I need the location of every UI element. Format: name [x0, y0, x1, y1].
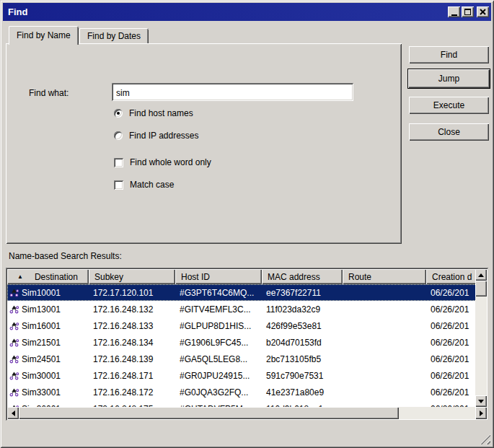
column-header-destination[interactable]: ▲ Destination	[7, 269, 89, 284]
maximize-icon	[464, 9, 471, 15]
mac-address-cell: ee7367f22711	[262, 288, 343, 298]
column-label: Creation d	[432, 272, 472, 282]
resize-grip[interactable]	[480, 434, 490, 444]
scroll-up-button[interactable]	[475, 269, 487, 281]
column-label: Host ID	[181, 272, 210, 282]
results-header: ▲ Destination Subkey Host ID MAC address	[7, 269, 475, 284]
table-row[interactable]: Sim36001 172.16.248.175 #GHTADVFP5M... 1…	[7, 400, 475, 407]
find-dialog: Find Find by Name Find by Dates Find wha…	[0, 0, 494, 448]
vertical-scroll-track[interactable]	[475, 297, 487, 395]
tab-find-by-name[interactable]: Find by Name	[9, 26, 79, 45]
host-id-cell: #GLPUP8D1HIS...	[175, 321, 262, 331]
mac-address-cell: b204d70153fd	[262, 338, 343, 348]
network-node-icon	[9, 354, 19, 364]
scroll-down-button[interactable]	[475, 395, 487, 407]
creation-cell: 06/26/201	[426, 387, 475, 398]
scroll-right-button[interactable]	[475, 407, 487, 419]
creation-cell: 06/26/201	[426, 288, 475, 298]
table-row[interactable]: Sim30001 172.16.248.171 #GR0JPU24915... …	[7, 367, 475, 384]
column-header-subkey[interactable]: Subkey	[89, 269, 175, 284]
creation-cell: 06/26/201	[426, 304, 475, 315]
column-label: Route	[348, 272, 371, 282]
host-id-cell: #G0JQA3G2FQ...	[175, 387, 262, 398]
destination-cell: Sim33001	[7, 387, 89, 398]
vertical-scrollbar[interactable]	[475, 269, 487, 407]
minimize-icon	[451, 14, 457, 16]
close-button[interactable]: Close	[409, 123, 489, 141]
tab-label: Find by Name	[17, 30, 71, 40]
subkey-cell: 172.16.248.171	[89, 371, 175, 381]
creation-cell: 06/26/201	[426, 338, 475, 348]
network-node-icon	[9, 371, 19, 380]
table-row[interactable]: Sim21501 172.16.248.134 #G1906L9FC45... …	[7, 334, 475, 351]
network-node-icon	[9, 288, 19, 297]
subkey-cell: 172.16.248.132	[89, 304, 175, 315]
table-row[interactable]: Sim16001 172.16.248.133 #GLPUP8D1HIS... …	[7, 317, 475, 334]
network-node-icon	[9, 338, 19, 347]
results-listview: ▲ Destination Subkey Host ID MAC address	[6, 268, 488, 421]
column-header-host-id[interactable]: Host ID	[175, 269, 262, 284]
window-title: Find	[8, 6, 446, 17]
find-button[interactable]: Find	[409, 46, 489, 63]
destination-cell: Sim16001	[7, 321, 89, 331]
destination-cell: Sim24501	[7, 354, 89, 364]
arrow-right-icon	[480, 410, 483, 416]
mac-address-cell: 11f023da32c9	[262, 304, 343, 315]
maximize-button[interactable]	[462, 6, 474, 17]
table-row[interactable]: Sim24501 172.16.248.139 #GA5QL5LEG8... 2…	[7, 351, 475, 367]
column-label: Destination	[35, 272, 78, 282]
button-label: Close	[438, 127, 460, 137]
arrow-left-icon	[12, 410, 15, 416]
close-window-button[interactable]	[477, 6, 489, 17]
creation-cell: 06/26/201	[426, 371, 475, 381]
column-label: MAC address	[268, 272, 320, 282]
host-id-cell: #GA5QL5LEG8...	[175, 354, 262, 364]
mac-address-cell: 591c790e7531	[262, 371, 343, 381]
destination-cell: Sim10001	[7, 288, 89, 298]
host-id-cell: #G1906L9FC45...	[175, 338, 262, 348]
arrow-up-icon	[478, 273, 484, 277]
tab-panel	[6, 43, 402, 244]
column-header-creation[interactable]: Creation d	[426, 269, 475, 284]
creation-cell: 06/26/201	[426, 354, 475, 364]
execute-button[interactable]: Execute	[409, 97, 489, 114]
button-label: Execute	[433, 100, 464, 110]
vertical-scroll-thumb[interactable]	[475, 281, 487, 297]
table-row[interactable]: Sim33001 172.16.248.172 #G0JQA3G2FQ... 4…	[7, 384, 475, 400]
network-node-icon	[9, 304, 19, 314]
column-header-route[interactable]: Route	[343, 269, 426, 284]
destination-cell: Sim21501	[7, 338, 89, 348]
destination-cell: Sim30001	[7, 371, 89, 381]
results-label: Name-based Search Results:	[9, 251, 122, 261]
subkey-cell: 172.16.248.134	[89, 338, 175, 348]
mac-address-cell: 2bc713105fb5	[262, 354, 343, 364]
table-row[interactable]: Sim13001 172.16.248.132 #GITV4EMFL3C... …	[7, 301, 475, 317]
button-label: Find	[441, 50, 457, 60]
tab-find-by-dates[interactable]: Find by Dates	[79, 28, 149, 43]
network-node-icon	[9, 321, 19, 330]
tab-label: Find by Dates	[87, 31, 141, 41]
network-node-icon	[9, 387, 19, 397]
horizontal-scrollbar[interactable]	[7, 407, 487, 419]
button-label: Jump	[438, 74, 459, 84]
subkey-cell: 172.17.120.101	[89, 288, 175, 298]
subkey-cell: 172.16.248.139	[89, 354, 175, 364]
host-id-cell: #G3PT6T4C6MQ...	[175, 288, 262, 298]
results-rows: Sim10001 172.17.120.101 #G3PT6T4C6MQ... …	[7, 284, 475, 407]
host-id-cell: #GR0JPU24915...	[175, 371, 262, 381]
horizontal-scroll-thumb[interactable]	[19, 407, 399, 419]
table-row[interactable]: Sim10001 172.17.120.101 #G3PT6T4C6MQ... …	[7, 284, 475, 301]
creation-cell: 06/26/201	[426, 321, 475, 331]
column-header-mac-address[interactable]: MAC address	[262, 269, 343, 284]
destination-cell: Sim13001	[7, 304, 89, 315]
mac-address-cell: 41e2371a80e9	[262, 387, 343, 398]
scroll-left-button[interactable]	[7, 407, 19, 419]
sort-ascending-icon: ▲	[17, 274, 23, 280]
jump-button[interactable]: Jump	[407, 69, 490, 89]
column-label: Subkey	[94, 272, 123, 282]
titlebar[interactable]: Find	[3, 3, 491, 21]
arrow-down-icon	[478, 400, 484, 403]
subkey-cell: 172.16.248.133	[89, 321, 175, 331]
host-id-cell: #GITV4EMFL3C...	[175, 304, 262, 315]
minimize-button[interactable]	[448, 6, 460, 17]
